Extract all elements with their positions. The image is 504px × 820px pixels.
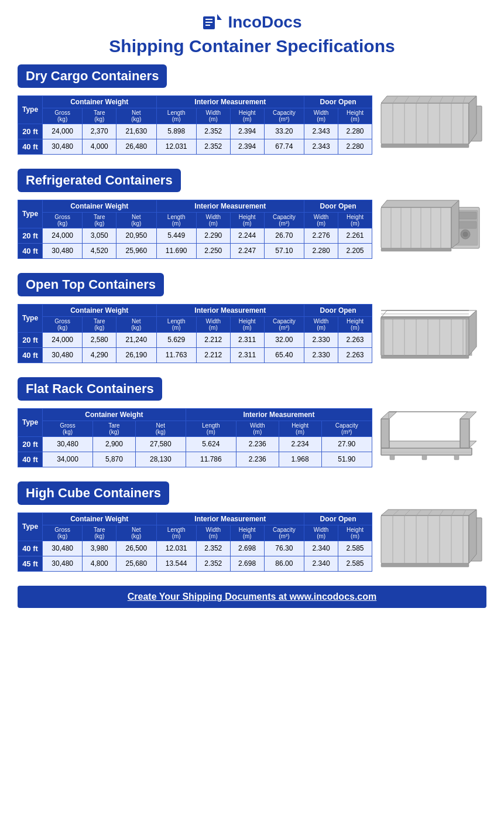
svg-marker-86 (469, 510, 476, 563)
table-wrap-flat-rack: Type Container Weight Interior Measureme… (18, 408, 372, 467)
container-image-reefer (378, 196, 486, 262)
door-height-subhdr: Height(m) (338, 108, 372, 124)
dry-cargo-svg (378, 91, 486, 156)
sub-header-row-ot: Gross(kg) Tare(kg) Net(kg) Length(m) Wid… (18, 316, 372, 332)
col-header-row-ref: Type Container Weight Interior Measureme… (18, 200, 372, 212)
table-row: 20 ft 24,000 3,050 20,950 5.449 2.290 2.… (18, 228, 372, 243)
section-content-high-cube: Type Container Weight Interior Measureme… (18, 508, 486, 575)
door-height-cell: 2.280 (338, 124, 372, 139)
section-content-flat-rack: Type Container Weight Interior Measureme… (18, 404, 486, 471)
section-content-open-top: Type Container Weight Interior Measureme… (18, 300, 486, 367)
table-open-top: Type Container Weight Interior Measureme… (18, 304, 372, 363)
table-high-cube: Type Container Weight Interior Measureme… (18, 512, 372, 572)
high-cube-svg (378, 508, 486, 573)
svg-rect-55 (381, 356, 469, 358)
section-content-dry-cargo: Type Container Weight Interior Measureme… (18, 91, 486, 158)
sub-header-row-ref: Gross(kg) Tare(kg) Net(kg) Length(m) Wid… (18, 212, 372, 228)
svg-rect-56 (381, 448, 472, 455)
table-wrap-open-top: Type Container Weight Interior Measureme… (18, 304, 372, 363)
section-title-flat-rack: Flat Rack Containers (18, 377, 162, 401)
section-flat-rack: Flat Rack Containers Type Container Weig… (18, 377, 486, 471)
col-header-row-fr: Type Container Weight Interior Measureme… (18, 408, 372, 421)
net-subhdr: Net(kg) (116, 108, 156, 124)
height-cell: 2.394 (230, 124, 264, 139)
table-row: 20 ft 30,480 2,900 27,580 5.624 2.236 2.… (18, 436, 372, 452)
table-row: 40 ft 30,480 4,520 25,960 11.690 2.250 2… (18, 243, 372, 258)
svg-marker-54 (469, 310, 476, 356)
svg-marker-31 (381, 200, 459, 207)
svg-rect-60 (460, 419, 469, 448)
table-row: 40 ft 30,480 4,000 26,480 12.031 2.352 2… (18, 139, 372, 154)
table-row: 20 ft 24,000 2,580 21,240 5.629 2.212 2.… (18, 332, 372, 347)
length-cell: 5.898 (156, 124, 196, 139)
svg-rect-23 (381, 144, 469, 148)
svg-rect-67 (422, 455, 427, 460)
table-wrap-refrigerated: Type Container Weight Interior Measureme… (18, 200, 372, 259)
footer-bar[interactable]: Create Your Shipping Documents at www.in… (18, 586, 486, 608)
door-width-subhdr: Width(m) (304, 108, 338, 124)
svg-rect-40 (381, 317, 469, 356)
width-cell: 2.352 (196, 139, 230, 154)
door-width-cell: 2.343 (304, 139, 338, 154)
table-row: 45 ft 30,480 4,800 25,680 13.544 2.352 2… (18, 556, 372, 571)
svg-point-37 (463, 232, 468, 237)
width-cell: 2.352 (196, 124, 230, 139)
capacity-subhdr: Capacity(m³) (264, 108, 304, 124)
col-header-row-ot: Type Container Weight Interior Measureme… (18, 304, 372, 316)
svg-rect-66 (390, 455, 395, 460)
door-header-dry: Door Open (304, 95, 372, 108)
table-flat-rack: Type Container Weight Interior Measureme… (18, 408, 372, 467)
col-header-row-dry: Type Container Weight Interior Measureme… (18, 95, 372, 108)
svg-rect-87 (381, 563, 469, 567)
flat-rack-svg (378, 404, 486, 469)
section-dry-cargo: Dry Cargo Containers Type Container Weig… (18, 64, 486, 158)
net-cell: 26,480 (116, 139, 156, 154)
section-high-cube: High Cube Containers Type Container Weig… (18, 481, 486, 575)
sub-header-row-hc: Gross(kg) Tare(kg) Net(kg) Length(m) Wid… (18, 525, 372, 541)
length-cell: 12.031 (156, 139, 196, 154)
svg-rect-68 (454, 455, 459, 460)
interior-header-ref: Interior Measurement (156, 200, 304, 212)
section-title-high-cube: High Cube Containers (18, 481, 169, 505)
section-title-dry-cargo: Dry Cargo Containers (18, 64, 167, 88)
type-cell: 20 ft (18, 124, 43, 139)
capacity-cell: 33.20 (264, 124, 304, 139)
table-dry-cargo: Type Container Weight Interior Measureme… (18, 95, 372, 155)
table-refrigerated: Type Container Weight Interior Measureme… (18, 200, 372, 259)
svg-rect-5 (381, 103, 469, 144)
type-cell: 40 ft (18, 139, 43, 154)
table-row: 40 ft 30,480 4,290 26,190 11.763 2.212 2… (18, 347, 372, 363)
logo-area: IncoDocs (18, 12, 486, 33)
sub-header-row-fr: Gross(kg) Tare(kg) Net(kg) Length(m) Wid… (18, 421, 372, 436)
svg-rect-1 (205, 19, 212, 20)
length-subhdr: Length(m) (156, 108, 196, 124)
table-wrap-high-cube: Type Container Weight Interior Measureme… (18, 512, 372, 572)
reefer-svg (378, 196, 486, 260)
width-subhdr: Width(m) (196, 108, 230, 124)
net-cell: 21,630 (116, 124, 156, 139)
table-row: 40 ft 30,480 3,980 26,500 12.031 2.352 2… (18, 541, 372, 556)
section-title-refrigerated: Refrigerated Containers (18, 169, 181, 192)
container-image-open-top (378, 300, 486, 367)
container-image-dry (378, 91, 486, 158)
weight-header-dry: Container Weight (43, 95, 157, 108)
section-content-refrigerated: Type Container Weight Interior Measureme… (18, 196, 486, 262)
capacity-cell: 67.74 (264, 139, 304, 154)
gross-cell: 24,000 (43, 124, 83, 139)
svg-marker-38 (451, 200, 459, 248)
height-cell: 2.394 (230, 139, 264, 154)
svg-rect-2 (205, 22, 212, 23)
weight-header-ref: Container Weight (43, 200, 157, 212)
door-width-cell: 2.343 (304, 124, 338, 139)
tare-subhdr: Tare(kg) (83, 108, 116, 124)
interior-header-dry: Interior Measurement (156, 95, 304, 108)
footer-link[interactable]: Create Your Shipping Documents at www.in… (128, 592, 377, 602)
svg-rect-41 (381, 317, 384, 356)
svg-marker-61 (460, 412, 476, 419)
table-row: 20 ft 24,000 2,370 21,630 5.898 2.352 2.… (18, 124, 372, 139)
section-title-open-top: Open Top Containers (18, 273, 164, 296)
logo-text: IncoDocs (228, 13, 301, 32)
svg-rect-58 (381, 419, 389, 448)
gross-subhdr: Gross(kg) (43, 108, 83, 124)
sub-header-row-dry: Gross(kg) Tare(kg) Net(kg) Length(m) Wid… (18, 108, 372, 124)
